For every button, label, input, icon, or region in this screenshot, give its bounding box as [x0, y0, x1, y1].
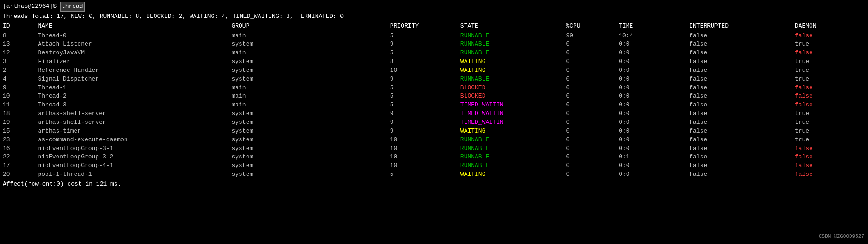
cell-priority: 5 [390, 101, 460, 110]
cell-group: main [231, 84, 390, 93]
cell-cpu: 0 [566, 58, 619, 66]
cell-cpu: 0 [566, 75, 619, 84]
cell-id: 23 [3, 136, 38, 145]
table-row: 13 Attach Listener system 9 RUNNABLE 0 0… [3, 40, 865, 49]
cell-priority: 5 [390, 32, 460, 41]
cell-daemon: false [795, 101, 865, 110]
cell-state: RUNNABLE [460, 162, 566, 170]
header-daemon: DAEMON [795, 22, 865, 32]
cell-priority: 10 [390, 136, 460, 145]
cell-name: Thread-3 [38, 101, 232, 110]
cell-id: 12 [3, 49, 38, 58]
cell-daemon: false [795, 84, 865, 93]
cell-id: 15 [3, 127, 38, 136]
cell-time: 0:0 [619, 127, 689, 136]
cell-group: system [231, 75, 390, 84]
header-state: STATE [460, 22, 566, 32]
cell-time: 0:0 [619, 170, 689, 179]
cell-state: WAITING [460, 127, 566, 136]
cell-id: 13 [3, 40, 38, 49]
cell-id: 22 [3, 153, 38, 162]
cell-time: 0:0 [619, 58, 689, 66]
cell-state: RUNNABLE [460, 40, 566, 49]
cell-time: 0:0 [619, 162, 689, 170]
cell-group: main [231, 92, 390, 101]
cell-id: 10 [3, 92, 38, 101]
table-row: 23 as-command-execute-daemon system 10 R… [3, 136, 865, 145]
cell-time: 0:0 [619, 40, 689, 49]
header-cpu: %CPU [566, 22, 619, 32]
cell-group: system [231, 170, 390, 179]
cell-state: RUNNABLE [460, 136, 566, 145]
cell-group: system [231, 66, 390, 75]
cell-cpu: 0 [566, 66, 619, 75]
header-group: GROUP [231, 22, 390, 32]
cell-name: arthas-shell-server [38, 110, 232, 118]
cell-priority: 9 [390, 40, 460, 49]
cell-daemon: false [795, 153, 865, 162]
cell-interrupted: false [689, 92, 795, 101]
cell-cpu: 0 [566, 145, 619, 153]
cell-daemon: true [795, 40, 865, 49]
summary-line: Threads Total: 17, NEW: 0, RUNNABLE: 8, … [3, 12, 865, 21]
cell-daemon: true [795, 75, 865, 84]
cell-name: Finalizer [38, 58, 232, 66]
cell-state: RUNNABLE [460, 153, 566, 162]
cell-state: RUNNABLE [460, 145, 566, 153]
cell-interrupted: false [689, 118, 795, 127]
cell-id: 3 [3, 58, 38, 66]
cell-group: system [231, 136, 390, 145]
cell-cpu: 0 [566, 84, 619, 93]
cell-interrupted: false [689, 49, 795, 58]
table-header-row: ID NAME GROUP PRIORITY STATE %CPU TIME I… [3, 22, 865, 32]
cell-time: 0:0 [619, 145, 689, 153]
cell-cpu: 0 [566, 170, 619, 179]
cell-priority: 10 [390, 66, 460, 75]
cell-state: RUNNABLE [460, 49, 566, 58]
cell-interrupted: false [689, 145, 795, 153]
cell-cpu: 0 [566, 101, 619, 110]
cell-priority: 10 [390, 145, 460, 153]
cell-state: RUNNABLE [460, 32, 566, 41]
cell-interrupted: false [689, 162, 795, 170]
watermark: CSDN @ZGOOD9527 [819, 233, 864, 240]
cell-cpu: 0 [566, 136, 619, 145]
cell-cpu: 0 [566, 110, 619, 118]
cell-interrupted: false [689, 32, 795, 41]
cell-cpu: 0 [566, 40, 619, 49]
cell-interrupted: false [689, 127, 795, 136]
cell-time: 0:1 [619, 153, 689, 162]
prompt-user: [arthas@22964]$ [3, 2, 60, 11]
table-row: 15 arthas-timer system 9 WAITING 0 0:0 f… [3, 127, 865, 136]
cell-priority: 8 [390, 58, 460, 66]
cell-priority: 9 [390, 127, 460, 136]
cell-interrupted: false [689, 58, 795, 66]
table-row: 16 nioEventLoopGroup-3-1 system 10 RUNNA… [3, 145, 865, 153]
cell-priority: 9 [390, 118, 460, 127]
cell-cpu: 0 [566, 49, 619, 58]
cell-time: 0:0 [619, 101, 689, 110]
cell-state: TIMED_WAITIN [460, 101, 566, 110]
cell-id: 19 [3, 118, 38, 127]
cell-group: system [231, 40, 390, 49]
cell-interrupted: false [689, 153, 795, 162]
cell-id: 18 [3, 110, 38, 118]
affect-line: Affect(row-cnt:0) cost in 121 ms. [3, 180, 865, 189]
cell-daemon: true [795, 118, 865, 127]
table-row: 12 DestroyJavaVM main 5 RUNNABLE 0 0:0 f… [3, 49, 865, 58]
header-time: TIME [619, 22, 689, 32]
cell-time: 0:0 [619, 136, 689, 145]
table-row: 2 Reference Handler system 10 WAITING 0 … [3, 66, 865, 75]
cell-priority: 10 [390, 153, 460, 162]
table-row: 9 Thread-1 main 5 BLOCKED 0 0:0 false fa… [3, 84, 865, 93]
cell-time: 0:0 [619, 118, 689, 127]
cell-time: 0:0 [619, 66, 689, 75]
table-row: 17 nioEventLoopGroup-4-1 system 10 RUNNA… [3, 162, 865, 170]
cell-name: Thread-0 [38, 32, 232, 41]
cell-name: pool-1-thread-1 [38, 170, 232, 179]
cell-time: 0:0 [619, 75, 689, 84]
cell-id: 17 [3, 162, 38, 170]
cell-priority: 10 [390, 162, 460, 170]
table-row: 18 arthas-shell-server system 9 TIMED_WA… [3, 110, 865, 118]
cell-id: 4 [3, 75, 38, 84]
